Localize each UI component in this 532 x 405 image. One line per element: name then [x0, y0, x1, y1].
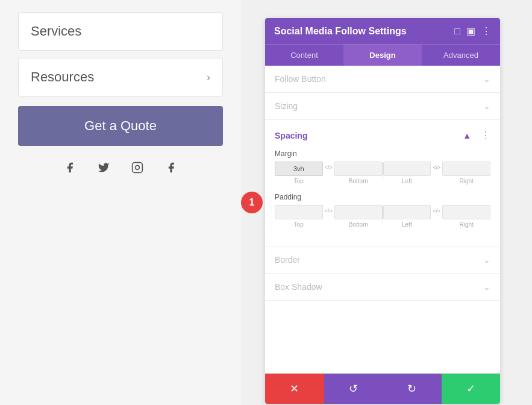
redo-button[interactable]: ↻	[383, 374, 442, 404]
twitter-icon[interactable]	[94, 158, 113, 177]
margin-left-label: Left	[402, 178, 412, 184]
follow-button-chevron: ⌄	[483, 74, 490, 84]
margin-label: Margin	[275, 149, 490, 158]
margin-bottom-cell: Bottom	[334, 162, 383, 184]
border-chevron: ⌄	[483, 255, 490, 265]
padding-right-input[interactable]	[442, 205, 490, 219]
social-icons-row	[18, 158, 223, 177]
step-indicator: 1	[241, 192, 263, 213]
left-panel: Services Resources › Get a Quote	[0, 0, 241, 405]
margin-right-cell: Right	[442, 162, 490, 184]
sizing-title: Sizing	[275, 101, 298, 111]
more-icon[interactable]: ⋮	[481, 25, 491, 37]
padding-top-label: Top	[294, 221, 304, 228]
margin-right-input[interactable]	[442, 162, 490, 176]
spacing-collapse-icon[interactable]: ▲	[463, 131, 471, 140]
sizing-chevron: ⌄	[483, 101, 490, 111]
save-button[interactable]: ✓	[442, 374, 501, 404]
undo-button[interactable]: ↺	[324, 374, 383, 404]
margin-bottom-input[interactable]	[334, 162, 383, 176]
resources-label: Resources	[31, 69, 94, 85]
padding-left-input[interactable]	[383, 205, 431, 219]
tab-content[interactable]: Content	[265, 45, 343, 66]
tab-advanced[interactable]: Advanced	[422, 45, 500, 66]
margin-top-input[interactable]	[275, 162, 323, 176]
margin-top-bottom-link-icon[interactable]: </>	[323, 165, 334, 171]
panel-tabs: Content Design Advanced	[265, 44, 500, 66]
minimize-icon[interactable]: □	[454, 26, 460, 37]
instagram-icon[interactable]	[128, 158, 147, 177]
border-title: Border	[275, 255, 300, 265]
sizing-section[interactable]: Sizing ⌄	[265, 93, 500, 120]
cancel-button[interactable]: ✕	[265, 374, 324, 404]
margin-top-cell: Top	[275, 162, 323, 184]
padding-right-cell: Right	[442, 205, 490, 228]
spacing-title: Spacing	[275, 131, 307, 140]
resources-menu-item[interactable]: Resources ›	[18, 58, 223, 96]
padding-left-label: Left	[402, 221, 412, 228]
padding-label: Padding	[275, 193, 490, 201]
get-quote-button[interactable]: Get a Quote	[18, 106, 223, 146]
panel-header-icons: □ ▣ ⋮	[454, 25, 491, 37]
margin-left-right-link-icon[interactable]: </>	[431, 165, 442, 171]
box-shadow-title: Box Shadow	[275, 282, 322, 292]
padding-top-input[interactable]	[275, 205, 323, 219]
services-label: Services	[31, 24, 81, 39]
margin-top-label: Top	[294, 178, 304, 184]
services-menu-item[interactable]: Services	[18, 12, 223, 51]
spacing-section: Spacing ▲ ⋮ Margin Top	[265, 120, 500, 246]
padding-left-right-link-icon[interactable]: </>	[431, 208, 442, 214]
facebook-icon-1[interactable]	[60, 158, 80, 177]
spacing-section-header: Spacing ▲ ⋮	[275, 130, 490, 141]
resources-chevron-icon: ›	[207, 71, 210, 84]
padding-top-bottom-link-icon[interactable]: </>	[323, 208, 334, 214]
expand-icon[interactable]: ▣	[466, 25, 475, 37]
tab-design[interactable]: Design	[343, 45, 422, 66]
border-section[interactable]: Border ⌄	[265, 246, 500, 274]
margin-bottom-label: Bottom	[349, 178, 368, 184]
padding-sub: Padding Top </> Bottom	[275, 193, 490, 228]
padding-bottom-input[interactable]	[334, 205, 383, 219]
facebook-icon-2[interactable]	[161, 158, 181, 177]
margin-left-cell: Left	[383, 162, 431, 184]
follow-button-section[interactable]: Follow Button ⌄	[265, 66, 500, 93]
panel-header: Social Media Follow Settings □ ▣ ⋮	[265, 18, 500, 44]
padding-bottom-label: Bottom	[349, 221, 368, 228]
padding-right-label: Right	[459, 221, 473, 228]
margin-sub: Margin Top </> Bottom	[275, 149, 490, 184]
follow-button-title: Follow Button	[275, 74, 326, 84]
panel-title: Social Media Follow Settings	[274, 26, 407, 37]
panel-content: Follow Button ⌄ Sizing ⌄ Spacing ▲ ⋮	[265, 66, 500, 373]
settings-panel: Social Media Follow Settings □ ▣ ⋮ Conte…	[265, 18, 500, 404]
padding-bottom-cell: Bottom	[334, 205, 383, 228]
panel-footer: ✕ ↺ ↻ ✓	[265, 373, 500, 404]
margin-left-input[interactable]	[383, 162, 431, 176]
padding-left-cell: Left	[383, 205, 431, 228]
box-shadow-section[interactable]: Box Shadow ⌄	[265, 274, 500, 301]
spacing-more-icon[interactable]: ⋮	[481, 130, 490, 141]
margin-right-label: Right	[459, 178, 473, 184]
svg-rect-0	[133, 163, 143, 173]
padding-top-cell: Top	[275, 205, 323, 228]
spacing-header-icons: ▲ ⋮	[463, 130, 490, 141]
box-shadow-chevron: ⌄	[483, 282, 490, 292]
